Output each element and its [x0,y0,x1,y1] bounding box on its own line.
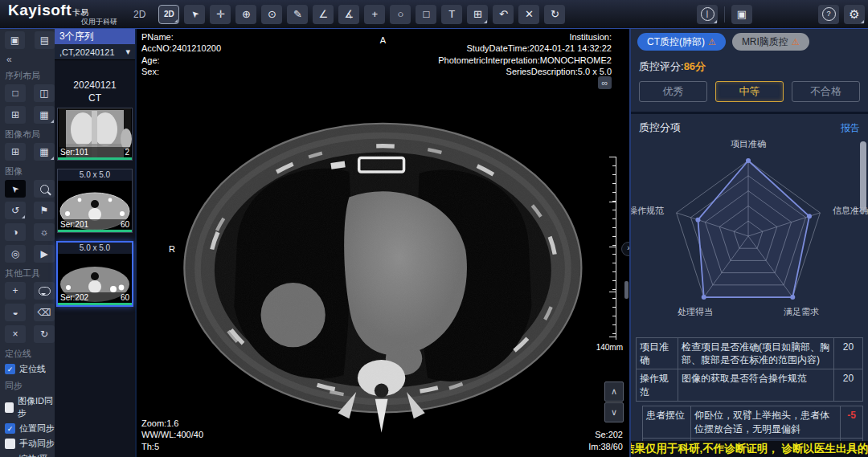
collapse-sidebar-button[interactable]: « [6,54,55,65]
undo-button[interactable]: ↶ [493,5,514,24]
study-select[interactable]: ,CT,20240121 ▾ [55,44,135,60]
spiral-button[interactable]: ◎ [5,245,26,263]
close-icon: ✕ [525,8,534,20]
series-thumbnail-202[interactable]: 5.0 x 5.0 Ser:20260 [56,241,133,307]
series-thumbnail-101[interactable]: Ser:1012 [57,108,133,161]
group-date: 20240121 [55,80,135,92]
link-series-button[interactable]: ∞ [598,76,612,89]
image-pointer-button[interactable]: ➤ [5,180,26,198]
slice-thickness: Th:5 [141,441,203,452]
qc-subitem-desc: 仰卧位，双臂上举抱头，患者体位摆放合适，无明显偏斜 [691,406,840,439]
panel-scrollbar-thumb[interactable] [860,141,866,210]
layout-3x3-button[interactable]: ▦ [34,106,55,124]
image-magnify-button[interactable] [34,180,55,198]
help-button[interactable]: ? [818,5,839,24]
gear-icon: ⚙ [849,7,859,22]
add-tool-button[interactable]: + [5,282,26,300]
rect-roi-button[interactable]: □ [416,5,436,24]
slice-scrollbar-thumb[interactable] [624,281,628,299]
checkbox-checked-icon [5,364,15,374]
grid-layout-icon: ⊞ [473,8,482,20]
next-slice-button[interactable]: ∨ [604,402,624,422]
series-description: 5.0 x 5.0 [58,243,132,254]
save-button[interactable]: ▣ [731,5,752,24]
checkbox-locator-line[interactable]: 定位线 [5,363,55,375]
reset-icon: ↻ [40,328,48,340]
angle-icon: ∠ [319,8,329,20]
series-description: 5.0 x 5.0 [58,169,132,181]
checkbox-unchecked-icon [5,402,14,413]
grade-medium-button[interactable]: 中等 [715,81,784,102]
checkbox-manual-sync[interactable]: 手动同步 [5,438,55,450]
invert-button[interactable]: ◑ [5,223,26,241]
checkbox-zoom-pan-sync[interactable]: 缩放/平移 [5,453,55,457]
brightness-button[interactable]: ☼ [34,223,55,241]
ct-axial-image [141,84,624,448]
close-tool-button[interactable]: × [5,325,26,343]
pointer-icon: ➤ [188,8,201,21]
hanging-layout-button[interactable]: ⊞ [467,5,488,24]
settings-button[interactable]: ⚙ [844,5,865,24]
image-layout-3x3-button[interactable]: ▦ [34,143,55,161]
table-row: 患者摆位 仰卧位，双臂上举抱头，患者体位摆放合适，无明显偏斜 -5 [643,406,862,439]
pan-icon: ✛ [216,8,225,20]
length-tool-button[interactable]: ✎ [287,5,308,24]
image-viewport[interactable]: PName: AccNO:2401210200 Age: Sex: A Inst… [137,28,629,457]
report-panel-button[interactable]: ▤ [35,31,55,49]
zoom-tool-button[interactable]: ⊕ [235,5,256,24]
eraser-tool-button[interactable]: ⌫ [34,304,55,321]
layout-1x1-button[interactable]: □ [5,84,26,102]
delete-annotation-button[interactable]: ✕ [518,5,539,24]
tab-mri-brain-qc[interactable]: MRI脑质控 ⚠ [732,33,809,51]
series-panel-button[interactable]: ▣ [5,31,25,49]
flag-tool-button[interactable]: ⚑ [34,202,55,219]
image-layout-2x2-button[interactable]: ⊞ [5,143,26,161]
stamp-tool-button[interactable]: ◒ [5,304,26,321]
checkbox-image-id-sync[interactable]: 图像ID同步 [5,395,55,419]
qc-subsection-header: 质控分项 报告 [631,114,868,135]
pointer-tool-button[interactable]: ➤ [184,5,205,24]
layout-3x3-icon: ▦ [39,109,48,120]
photometric-interpretation: PhotometricInterpretation:MONOCHROME2 [438,55,612,66]
qc-item-desc: 图像的获取是否符合操作规范 [678,369,833,400]
probe-tool-button[interactable]: ⊙ [261,5,282,24]
pan-tool-button[interactable]: ✛ [210,5,231,24]
radar-chart-svg: 项目准确信息准确满足需求处理得当操作规范 [631,135,868,336]
play-icon: ▶ [40,248,47,259]
table-row: 操作规范 图像的获取是否符合操作规范 20 [636,369,863,401]
qc-item-desc: 检查项目是否准确(项目如脑部、胸部、腹部是否在标准的范围内容) [678,338,833,369]
previous-slice-button[interactable]: ∧ [604,382,624,402]
checkbox-position-sync[interactable]: 位置同步 [5,422,55,435]
report-link[interactable]: 报告 [841,121,860,135]
slice-nav-buttons: ∧ ∨ [604,382,624,422]
rotate-icon: ↺ [11,205,19,216]
tab-ct-lung-qc[interactable]: CT质控(肺部) ⚠ [637,33,726,51]
text-annotation-button[interactable]: T [441,5,462,24]
series-thumbnail-201[interactable]: 5.0 x 5.0 Ser:20160 [57,169,133,233]
report-icon: ▤ [40,35,49,46]
rotate-flip-button[interactable]: ↺ [5,202,26,219]
section-image-layout: 图像布局 [5,129,55,141]
ellipse-roi-button[interactable]: ○ [390,5,411,24]
comment-tool-button[interactable] [34,282,55,300]
layout-1x2-button[interactable]: ◫ [34,84,55,102]
cine-play-button[interactable]: ▶ [34,245,55,263]
layout-2x2-button[interactable]: ⊞ [5,106,26,124]
crosshair-tool-button[interactable]: + [364,5,385,24]
ruler-length-label: 140mm [596,343,623,352]
patient-name: PName: [141,31,221,43]
patient-sex: Sex: [141,66,221,77]
qc-item-score: 20 [833,338,862,369]
angle-tool-button[interactable]: ∠ [313,5,334,24]
sync-section-title: 同步 [5,380,55,392]
reset-view-button[interactable]: ↻ [544,5,565,24]
cobb-angle-tool-button[interactable]: ∡ [338,5,359,24]
qc-subitem-name: 患者摆位 [643,406,691,439]
checkbox-checked-icon [5,423,15,434]
grade-fail-button[interactable]: 不合格 [792,81,860,102]
layout-2d-button[interactable]: 2D [158,5,179,24]
mode-label: 2D [133,9,145,20]
grade-excellent-button[interactable]: 优秀 [639,81,707,102]
reset-tool-button[interactable]: ↻ [34,325,55,343]
info-button[interactable]: | [697,5,718,24]
